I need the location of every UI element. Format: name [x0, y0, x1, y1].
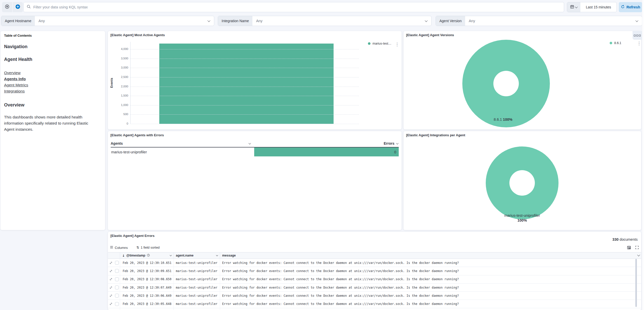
time-range-button[interactable]: Last 15 minutes	[580, 2, 617, 12]
row-checkbox[interactable]	[115, 277, 119, 281]
integrations-per-agent-panel: [Elastic Agent] Integrations per Agent m…	[404, 131, 641, 230]
filter-label: Agent Hostname	[1, 16, 35, 26]
timestamp-cell: Feb 20, 2023 @ 12:30:08.650	[120, 275, 174, 283]
time-range-label: Last 15 minutes	[586, 5, 611, 9]
filter-agent-version[interactable]: Agent Version Any	[436, 16, 642, 26]
time-picker-calendar-button[interactable]	[567, 2, 580, 12]
row-checkbox[interactable]	[115, 286, 119, 289]
error-grid-row[interactable]: Feb 20, 2023 @ 12:30:05.648 marius-test-…	[108, 300, 641, 308]
columns-button[interactable]: Columns	[110, 246, 128, 250]
chevron-down-icon	[635, 19, 638, 22]
agent-name-cell: marius-test-uniprofiler	[174, 259, 220, 267]
fullscreen-icon	[635, 246, 639, 250]
error-grid-row[interactable]: Feb 20, 2023 @ 12:30:09.651 marius-test-…	[108, 267, 641, 275]
gridline	[131, 59, 359, 59]
panel-menu-icon[interactable]: ⋮	[637, 41, 641, 46]
agent-name-cell: marius-test-uniprofiler	[174, 267, 220, 275]
toc-link-overview[interactable]: Overview	[4, 70, 102, 76]
toc-heading-overview: Overview	[4, 102, 102, 108]
bar[interactable]	[159, 44, 334, 124]
drag-grid-icon	[639, 35, 641, 36]
gridline	[131, 114, 359, 115]
gridline	[131, 87, 359, 87]
gridline	[131, 68, 359, 68]
search-icon	[27, 5, 31, 10]
agent-name-cell: marius-test-uniprofiler	[174, 308, 220, 310]
legend-label: 8.6.1	[614, 41, 621, 45]
page-scrollbar[interactable]	[642, 0, 644, 310]
y-tick-label: 1,000	[108, 103, 128, 106]
gridline	[131, 77, 359, 77]
sorted-label: 1 field sorted	[141, 246, 160, 249]
agent-versions-donut[interactable]	[462, 40, 550, 127]
panel-menu-icon[interactable]: ⋮	[395, 42, 399, 47]
bar-plot	[130, 42, 359, 124]
add-filter-button[interactable]	[13, 2, 23, 12]
gridline	[131, 96, 359, 96]
y-tick-label: 4,000	[108, 47, 128, 50]
column-header-agents[interactable]: Agents	[111, 141, 254, 145]
expand-row-button[interactable]	[108, 275, 114, 283]
expand-row-button[interactable]	[108, 308, 114, 310]
timestamp-cell: Feb 20, 2023 @ 12:30:05.648	[120, 300, 174, 308]
panel-hover-actions[interactable]	[633, 31, 642, 40]
table-of-contents-panel: Table of Contents Navigation Agent Healt…	[1, 31, 105, 230]
timestamp-cell: Feb 20, 2023 @ 12:30:10.651	[120, 259, 174, 267]
calendar-icon	[570, 5, 574, 10]
expand-row-button[interactable]	[108, 259, 114, 267]
chevron-down-icon	[249, 142, 251, 144]
row-checkbox[interactable]	[115, 294, 119, 298]
document-count-value: 330	[612, 237, 619, 241]
toc-link-agent-metrics[interactable]: Agent Metrics	[4, 82, 102, 88]
grid-header-message[interactable]: message	[220, 252, 641, 259]
error-grid-row[interactable]: Feb 20, 2023 @ 12:30:08.650 marius-test-…	[108, 275, 641, 284]
kql-search-bar[interactable]	[23, 2, 564, 12]
expand-row-button[interactable]	[108, 300, 114, 308]
kql-search-input[interactable]	[33, 5, 561, 9]
expand-row-button[interactable]	[108, 267, 114, 275]
refresh-icon	[621, 5, 625, 9]
grid-header-agent-name[interactable]: agent.name	[174, 252, 220, 259]
kibana-dashboard: Last 15 minutes Refresh Agent Hostname A…	[0, 0, 644, 310]
chart-legend[interactable]: 8.6.1	[610, 41, 621, 45]
sorted-fields-button[interactable]: ⇅ 1 field sorted	[136, 246, 160, 249]
filter-integration-name[interactable]: Integration Name Any	[218, 16, 432, 26]
error-grid-row[interactable]: Feb 20, 2023 @ 12:30:07.649 marius-test-…	[108, 284, 641, 292]
toc-link-agents-info[interactable]: Agents Info	[4, 76, 102, 82]
row-checkbox[interactable]	[115, 261, 119, 265]
row-checkbox[interactable]	[115, 302, 119, 306]
integrations-donut[interactable]	[486, 146, 559, 219]
filter-agent-hostname[interactable]: Agent Hostname Any	[1, 16, 214, 26]
error-grid-row[interactable]: Feb 20, 2023 @ 12:30:06.649 marius-test-…	[108, 292, 641, 300]
display-options-button[interactable]	[627, 246, 631, 250]
toc-links: OverviewAgents InfoAgent MetricsIntegrat…	[4, 70, 102, 94]
header-label: @timestamp	[126, 254, 145, 257]
expand-row-button[interactable]	[108, 284, 114, 291]
grid-scrollbar-thumb[interactable]	[635, 259, 637, 307]
refresh-button[interactable]: Refresh	[619, 2, 642, 12]
column-header-errors[interactable]: Errors	[254, 141, 399, 145]
agent-name-cell: marius-test-uniprofiler	[174, 300, 220, 308]
filter-label: Agent Version	[436, 16, 465, 26]
header-label: agent.name	[176, 254, 193, 257]
panel-title: [Elastic Agent] Agents with Errors	[110, 133, 164, 137]
panel-title: [Elastic Agent] Most Active Agents	[110, 33, 165, 37]
grid-scrollbar[interactable]	[635, 259, 637, 309]
row-checkbox[interactable]	[115, 269, 119, 273]
errors-value-cell: 0	[254, 147, 399, 156]
saved-query-button[interactable]	[2, 2, 12, 12]
grid-header-timestamp[interactable]: ↓ @timestamp	[120, 252, 174, 259]
expand-icon	[109, 286, 112, 289]
toc-link-integrations[interactable]: Integrations	[4, 88, 102, 94]
time-picker: Last 15 minutes	[567, 2, 617, 12]
error-grid-row[interactable]: Feb 20, 2023 @ 12:30:10.651 marius-test-…	[108, 259, 641, 267]
row-checkbox-cell	[114, 292, 120, 300]
y-tick-label: 0	[108, 122, 128, 125]
expand-row-button[interactable]	[108, 292, 114, 300]
columns-label: Columns	[115, 246, 128, 250]
error-grid-row[interactable]: Feb 20, 2023 @ 12:30:04.647 marius-test-…	[108, 308, 641, 310]
message-cell: Error watching for docker events: Cannot…	[220, 308, 641, 310]
errors-table-row[interactable]: marius-test-uniprofiler 0	[111, 147, 399, 156]
chart-legend[interactable]: marius-test…	[368, 42, 391, 45]
fullscreen-button[interactable]	[635, 246, 639, 250]
